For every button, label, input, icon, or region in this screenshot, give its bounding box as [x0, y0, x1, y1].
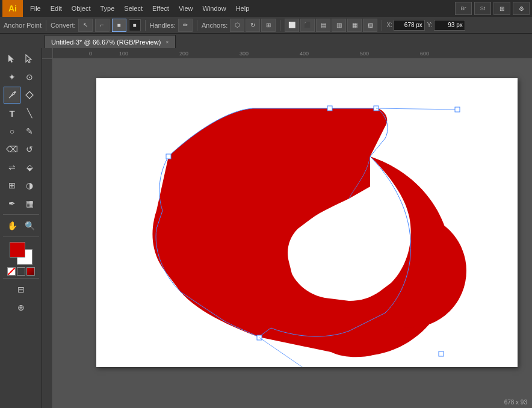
svg-text:400: 400	[300, 51, 309, 57]
rotate-tool[interactable]: ↺	[21, 141, 38, 158]
align-btn-1[interactable]: ⬜	[285, 19, 299, 32]
convert-btn-3[interactable]: ■	[112, 19, 126, 32]
canvas-area: 0 100 200 300 400 500 600	[42, 48, 532, 408]
stock-btn[interactable]: St	[474, 2, 491, 15]
gradient-tool[interactable]: ◑	[21, 177, 38, 194]
menu-items: File Edit Object Type Select Effect View…	[25, 2, 455, 14]
svg-marker-1	[26, 55, 31, 63]
shape-tool[interactable]: ○	[4, 123, 20, 140]
main-layout: ✦ ⊙ T ╲ ○ ✎ ⌫ ↺ ⇌ ⬙ ⊞	[0, 48, 532, 408]
left-toolbar: ✦ ⊙ T ╲ ○ ✎ ⌫ ↺ ⇌ ⬙ ⊞	[0, 48, 42, 408]
svg-text:100: 100	[119, 51, 128, 57]
eyedropper-tool[interactable]: ✒	[4, 195, 20, 212]
anchor-top-left[interactable]	[166, 154, 171, 159]
anchor-point-toolbar: Anchor Point Convert: ↖ ⌐ ■ ■ Handles: ✏…	[0, 17, 532, 34]
svg-text:300: 300	[240, 51, 249, 57]
direct-selection-tool[interactable]	[21, 51, 38, 67]
bridge-btn[interactable]: Br	[455, 2, 472, 15]
handles-btn[interactable]: ✏	[178, 19, 193, 32]
anchor-btn-2[interactable]: ↻	[246, 19, 260, 32]
mirror-tool[interactable]: ⇌	[4, 159, 20, 176]
artboard-tool[interactable]: ⊟	[13, 281, 29, 298]
menu-help[interactable]: Help	[231, 2, 255, 14]
x-label: X:	[386, 22, 392, 28]
anchors-btns: ⬡ ↻ ⊞	[230, 19, 276, 32]
tab-bar: Untitled-3* @ 66.67% (RGB/Preview) ×	[0, 34, 532, 48]
svg-marker-0	[8, 55, 14, 63]
menu-object[interactable]: Object	[67, 2, 96, 14]
menu-type[interactable]: Type	[96, 2, 120, 14]
swatch-mini-row	[7, 267, 35, 276]
graph-tool[interactable]: ▦	[21, 195, 38, 212]
tool-divider-1	[3, 214, 39, 215]
eraser-tool[interactable]: ⌫	[4, 141, 20, 158]
ruler-corner	[42, 48, 53, 59]
type-tool[interactable]: T	[4, 105, 20, 122]
y-input[interactable]	[434, 20, 465, 31]
menu-view[interactable]: View	[174, 2, 198, 14]
anchors-label: Anchors:	[202, 22, 227, 29]
mini-swatch-2[interactable]	[17, 267, 25, 276]
convert-btn-2[interactable]: ⌐	[95, 19, 110, 32]
menu-select[interactable]: Select	[119, 2, 147, 14]
align-btn-2[interactable]: ⬛	[300, 19, 315, 32]
menu-effect[interactable]: Effect	[147, 2, 174, 14]
handle-point-top-right[interactable]	[455, 107, 460, 112]
anchor-bottom-right[interactable]	[439, 351, 444, 356]
align-btn-3[interactable]: ▤	[316, 19, 330, 32]
menu-edit[interactable]: Edit	[46, 2, 67, 14]
line-tool[interactable]: ╲	[21, 105, 38, 122]
divider-4	[280, 20, 280, 31]
divider-2	[145, 20, 146, 31]
convert-btn-4[interactable]: ■	[129, 19, 141, 31]
artboard[interactable]	[96, 78, 518, 367]
convert-btn-1[interactable]: ↖	[78, 19, 93, 32]
app-logo: Ai	[2, 0, 23, 17]
align-btns: ⬜ ⬛ ▤ ▥ ▦ ▧	[285, 19, 377, 32]
anchor-point-tool[interactable]	[21, 87, 38, 104]
menu-window[interactable]: Window	[198, 2, 231, 14]
selection-tool[interactable]	[4, 51, 20, 67]
none-swatch[interactable]	[7, 267, 16, 276]
align-btn-4[interactable]: ▥	[332, 19, 346, 32]
type-pair: T ╲	[4, 105, 38, 122]
pencil-tool[interactable]: ✎	[21, 123, 38, 140]
align-btn-6[interactable]: ▧	[363, 19, 377, 32]
convert-label: Convert:	[51, 22, 76, 29]
document-tab[interactable]: Untitled-3* @ 66.67% (RGB/Preview) ×	[45, 35, 176, 48]
tab-title: Untitled-3* @ 66.67% (RGB/Preview)	[51, 39, 161, 46]
mesh-grad-pair: ⊞ ◑	[4, 177, 38, 194]
y-coord-field: Y:	[427, 20, 465, 31]
tool-divider-3	[3, 278, 39, 279]
mirror-blend-pair: ⇌ ⬙	[4, 159, 38, 176]
mini-swatch-3[interactable]	[26, 267, 35, 276]
anchor-top-mid[interactable]	[327, 106, 332, 111]
magic-wand-tool[interactable]: ✦	[4, 69, 20, 85]
blend-tool[interactable]: ⬙	[21, 159, 38, 176]
menu-file[interactable]: File	[25, 2, 46, 14]
magic-lasso-pair: ✦ ⊙	[4, 69, 38, 85]
tab-close-btn[interactable]: ×	[165, 39, 169, 45]
menu-bar: Ai File Edit Object Type Select Effect V…	[0, 0, 532, 17]
handle-line-top	[376, 108, 457, 110]
svg-text:600: 600	[420, 51, 429, 57]
svg-text:0: 0	[89, 51, 92, 57]
divider-3	[197, 20, 197, 31]
handles-label: Handles:	[150, 22, 176, 29]
zoom-tool[interactable]: 🔍	[21, 217, 38, 234]
anchor-btn-1[interactable]: ⬡	[230, 19, 244, 32]
workspace-btn[interactable]: ⊞	[493, 2, 510, 15]
divider-5	[382, 20, 382, 31]
mesh-tool[interactable]: ⊞	[4, 177, 20, 194]
pen-tool[interactable]	[4, 87, 20, 104]
svg-point-2	[14, 91, 16, 93]
anchor-btn-3[interactable]: ⊞	[261, 19, 276, 32]
hand-tool[interactable]: ✋	[4, 217, 20, 234]
y-label: Y:	[427, 22, 433, 28]
x-input[interactable]	[394, 20, 425, 31]
align-btn-5[interactable]: ▦	[347, 19, 362, 32]
search-btn[interactable]: ⚙	[513, 2, 530, 15]
lasso-tool[interactable]: ⊙	[21, 69, 38, 85]
extra-tool[interactable]: ⊕	[13, 299, 29, 316]
foreground-color-swatch[interactable]	[10, 242, 25, 258]
